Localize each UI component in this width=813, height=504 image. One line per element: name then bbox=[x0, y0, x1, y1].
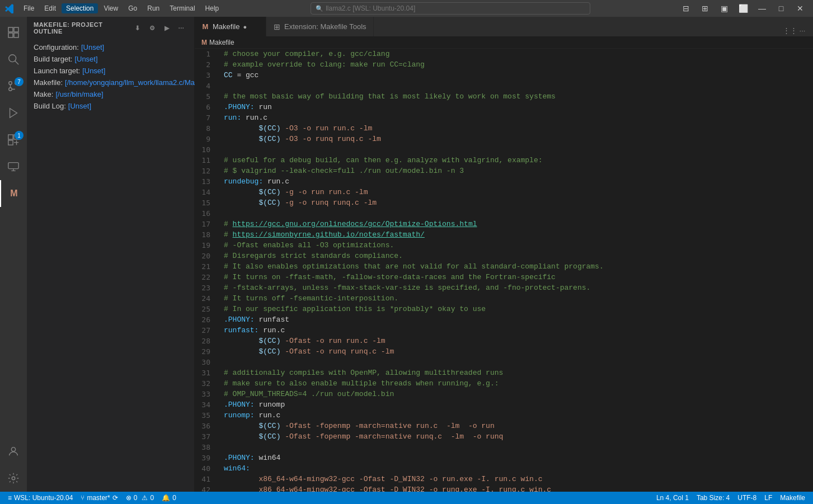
svg-point-6 bbox=[9, 88, 12, 91]
sidebar-toggle-button[interactable]: ▣ bbox=[716, 2, 732, 15]
status-info[interactable]: 🔔 0 bbox=[158, 492, 180, 504]
window-close-button[interactable]: ✕ bbox=[792, 2, 809, 15]
code-line-8: $(CC) -O3 -o run run.c -lm bbox=[224, 123, 807, 134]
sidebar-settings-btn[interactable]: ⚙ bbox=[146, 22, 158, 34]
activity-search[interactable] bbox=[0, 46, 27, 73]
info-count: 0 bbox=[172, 494, 176, 502]
launch-target-value: [Unset] bbox=[82, 67, 105, 75]
code-line-1: # choose your compiler, e.g. gcc/clang bbox=[224, 49, 807, 59]
status-encoding[interactable]: UTF-8 bbox=[734, 492, 760, 504]
window-maximize-button[interactable]: □ bbox=[773, 2, 789, 15]
split-editor-button[interactable]: ⋮⋮ bbox=[784, 24, 796, 36]
sidebar-run-btn[interactable]: ▶ bbox=[161, 22, 173, 34]
build-log-value: [Unset] bbox=[68, 102, 91, 110]
sidebar-row-configuration[interactable]: Configuration: [Unset] bbox=[27, 41, 194, 53]
sidebar-download-btn[interactable]: ⬇ bbox=[131, 22, 144, 34]
window-minimize-button[interactable]: — bbox=[754, 2, 770, 15]
status-remote[interactable]: ≡ WSL: Ubuntu-20.04 bbox=[4, 492, 76, 504]
more-actions-button[interactable]: ··· bbox=[796, 24, 809, 36]
svg-point-15 bbox=[12, 477, 15, 480]
sidebar-row-makefile[interactable]: Makefile: [/home/yongqiang/llm_work/llam… bbox=[27, 77, 194, 88]
minimize-button[interactable]: ⊟ bbox=[678, 2, 694, 15]
status-position[interactable]: Ln 4, Col 1 bbox=[653, 492, 692, 504]
activity-run-debug[interactable] bbox=[0, 100, 27, 126]
code-editor[interactable]: 1234567891011121314151617181920212223242… bbox=[195, 49, 813, 492]
activity-makefile[interactable]: M bbox=[0, 180, 27, 207]
encoding-text: UTF-8 bbox=[737, 494, 756, 502]
code-line-16 bbox=[224, 208, 807, 219]
code-line-12: # $ valgrind --leak-check=full ./run out… bbox=[224, 166, 807, 176]
activity-settings[interactable] bbox=[0, 465, 27, 492]
search-input[interactable] bbox=[326, 4, 585, 12]
menu-terminal[interactable]: Terminal bbox=[165, 3, 199, 13]
breadcrumb: M Makefile bbox=[195, 36, 813, 49]
svg-rect-3 bbox=[14, 33, 18, 37]
svg-rect-12 bbox=[8, 140, 13, 145]
activity-bar: 7 1 M bbox=[0, 17, 27, 492]
code-line-39: .PHONY: win64 bbox=[224, 453, 807, 463]
config-value: [Unset] bbox=[81, 43, 104, 51]
code-line-18: # https://simonbyrne.github.io/notes/fas… bbox=[224, 229, 807, 240]
code-line-22: # It turns on -ffast-math, -fallow-store… bbox=[224, 272, 807, 282]
vscode-logo bbox=[4, 3, 15, 13]
breadcrumb-icon: M bbox=[201, 39, 207, 46]
layout-button[interactable]: ⊞ bbox=[697, 2, 713, 15]
line-numbers: 1234567891011121314151617181920212223242… bbox=[195, 49, 224, 492]
panel-toggle-button[interactable]: ⬜ bbox=[735, 2, 751, 15]
makefile-value: [/home/yongqiang/llm_work/llama2.c/Makef… bbox=[65, 78, 214, 87]
code-line-42: x86_64-w64-mingw32-gcc -Ofast -D_WIN32 -… bbox=[224, 484, 807, 492]
menu-run[interactable]: Run bbox=[143, 3, 164, 13]
status-tab-size[interactable]: Tab Size: 4 bbox=[693, 492, 733, 504]
status-errors[interactable]: ⊗ 0 ⚠ 0 bbox=[123, 492, 157, 504]
extension-tab-icon: ⊞ bbox=[273, 23, 281, 31]
code-line-25: # In our specific application this is *p… bbox=[224, 304, 807, 314]
sidebar-row-build-log[interactable]: Build Log: [Unset] bbox=[27, 100, 194, 112]
tab-size-text: Tab Size: 4 bbox=[697, 494, 730, 502]
code-line-3: CC = gcc bbox=[224, 70, 807, 81]
svg-marker-9 bbox=[10, 109, 17, 118]
svg-point-4 bbox=[9, 55, 16, 62]
activity-remote-explorer[interactable] bbox=[0, 153, 27, 180]
status-branch-name: master* bbox=[87, 494, 110, 502]
activity-explorer[interactable] bbox=[0, 19, 27, 46]
menu-view[interactable]: View bbox=[99, 3, 123, 13]
sidebar-row-build-target[interactable]: Build target: [Unset] bbox=[27, 53, 194, 65]
tab-makefile[interactable]: M Makefile ● ✕ bbox=[195, 17, 266, 36]
code-line-27: runfast: run.c bbox=[224, 325, 807, 336]
language-text: Makefile bbox=[780, 494, 805, 502]
tab-modified-dot: ● bbox=[243, 23, 247, 30]
activity-extensions[interactable]: 1 bbox=[0, 126, 27, 153]
status-language[interactable]: Makefile bbox=[777, 492, 809, 504]
sidebar-title: MAKEFILE: PROJECT OUTLINE bbox=[34, 21, 131, 35]
build-target-label: Build target: bbox=[34, 55, 72, 63]
sidebar-row-launch-target[interactable]: Launch target: [Unset] bbox=[27, 65, 194, 77]
menu-help[interactable]: Help bbox=[201, 3, 224, 13]
activity-accounts[interactable] bbox=[0, 438, 27, 465]
sidebar-row-make[interactable]: Make: [/usr/bin/make] bbox=[27, 88, 194, 100]
code-line-35: runomp: run.c bbox=[224, 410, 807, 421]
menu-selection[interactable]: Selection bbox=[62, 3, 98, 13]
code-line-17: # https://gcc.gnu.org/onlinedocs/gcc/Opt… bbox=[224, 219, 807, 229]
code-line-7: run: run.c bbox=[224, 112, 807, 123]
vertical-scrollbar[interactable] bbox=[807, 49, 813, 492]
menu-go[interactable]: Go bbox=[124, 3, 142, 13]
code-line-30 bbox=[224, 357, 807, 368]
sidebar-more-btn[interactable]: ··· bbox=[175, 22, 187, 34]
tab-extension[interactable]: ⊞ Extension: Makefile Tools bbox=[266, 17, 373, 36]
code-line-4 bbox=[224, 81, 807, 91]
status-line-ending[interactable]: LF bbox=[761, 492, 776, 504]
menu-file[interactable]: File bbox=[19, 3, 39, 13]
git-branch-icon: ⑂ bbox=[81, 494, 84, 502]
activity-source-control[interactable]: 7 bbox=[0, 73, 27, 100]
sidebar-content: Configuration: [Unset] Build target: [Un… bbox=[27, 39, 194, 114]
code-line-14: $(CC) -g -o run run.c -lm bbox=[224, 187, 807, 197]
status-branch[interactable]: ⑂ master* ⟳ bbox=[77, 492, 121, 504]
code-line-11: # useful for a debug build, can then e.g… bbox=[224, 155, 807, 166]
breadcrumb-text: Makefile bbox=[209, 39, 234, 46]
code-line-13: rundebug: run.c bbox=[224, 176, 807, 187]
search-bar[interactable]: 🔍 bbox=[311, 2, 590, 15]
code-content[interactable]: # choose your compiler, e.g. gcc/clang# … bbox=[224, 49, 807, 492]
titlebar-right: ⊟ ⊞ ▣ ⬜ — □ ✕ bbox=[678, 2, 809, 15]
svg-line-5 bbox=[15, 61, 18, 64]
menu-edit[interactable]: Edit bbox=[40, 3, 60, 13]
